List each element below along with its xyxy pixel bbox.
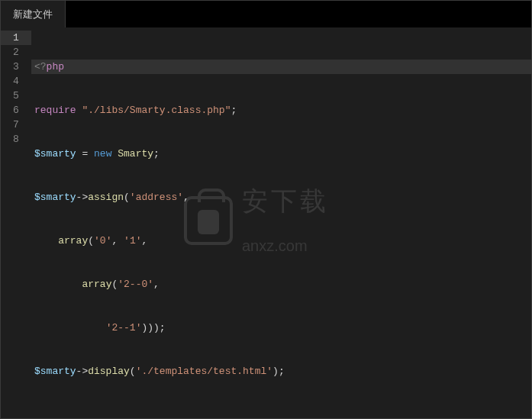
function-array: array <box>58 235 88 247</box>
arrow: -> <box>76 192 89 203</box>
code-line[interactable]: <?php <box>31 60 531 74</box>
line-gutter: 12345678 <box>1 27 31 418</box>
watermark-shield-icon <box>198 210 219 234</box>
string-literal: '2--1' <box>106 322 142 334</box>
code-line[interactable]: $smarty->assign('address', <box>31 190 531 205</box>
paren-close: ))); <box>141 322 165 334</box>
tab-label: 新建文件 <box>13 8 53 21</box>
method-display: display <box>88 366 130 377</box>
string-literal: './templates/test.html' <box>136 366 272 377</box>
code-area[interactable]: <?php require "./libs/Smarty.class.php";… <box>31 27 531 418</box>
editor: 12345678 <?php require "./libs/Smarty.cl… <box>0 27 532 419</box>
class-name: Smarty <box>118 148 153 160</box>
code-line[interactable]: array('2--0', <box>31 277 531 292</box>
code-line[interactable]: $smarty = new Smarty; <box>31 147 531 161</box>
line-number: 2 <box>1 45 31 60</box>
line-number: 4 <box>1 74 31 89</box>
string-literal: '1' <box>124 235 141 247</box>
paren-open: ( <box>124 192 130 203</box>
string-literal: "./libs/Smarty.class.php" <box>82 105 231 116</box>
method-assign: assign <box>88 192 124 203</box>
watermark: 安下载 anxz.com <box>184 165 329 276</box>
string-literal: '2--0' <box>118 279 153 290</box>
string-literal: 'address' <box>130 192 183 203</box>
tab-new-file[interactable]: 新建文件 <box>1 1 66 27</box>
paren-open: ( <box>130 366 136 377</box>
line-number: 1 <box>1 31 31 45</box>
code-line[interactable]: array('0', '1', <box>31 234 531 248</box>
comma: , <box>183 192 189 203</box>
code-line[interactable]: require "./libs/Smarty.class.php"; <box>31 103 531 118</box>
comma: , <box>141 235 147 247</box>
watermark-text: 安下载 anxz.com <box>242 165 329 276</box>
semicolon: ; <box>231 105 237 116</box>
keyword-require: require <box>34 105 76 116</box>
line-number: 7 <box>1 118 31 132</box>
line-number: 5 <box>1 89 31 103</box>
string-literal: '0' <box>94 235 111 247</box>
keyword-new: new <box>94 148 111 160</box>
variable: $smarty <box>34 192 76 203</box>
php-keyword: php <box>47 61 64 73</box>
code-line[interactable]: '2--1'))); <box>31 321 531 335</box>
php-open-tag: <? <box>34 61 47 73</box>
line-number: 8 <box>1 132 31 147</box>
comma: , <box>153 279 160 290</box>
line-number: 3 <box>1 60 31 74</box>
variable: $smarty <box>34 148 76 160</box>
paren-close: ); <box>272 366 285 377</box>
paren-open: ( <box>88 235 94 247</box>
code-line[interactable]: $smarty->display('./templates/test.html'… <box>31 364 531 379</box>
variable: $smarty <box>34 366 76 377</box>
line-number: 6 <box>1 103 31 118</box>
tab-bar: 新建文件 <box>0 0 532 27</box>
arrow: -> <box>76 366 89 377</box>
function-array: array <box>82 279 111 290</box>
semicolon: ; <box>153 148 160 160</box>
